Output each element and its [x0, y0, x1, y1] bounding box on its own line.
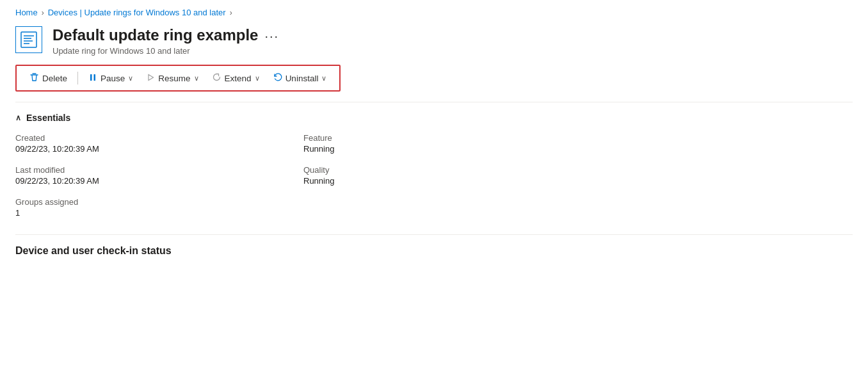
pause-icon	[88, 73, 97, 84]
essentials-created: Created 09/22/23, 10:20:39 AM	[15, 133, 303, 154]
undo-icon	[273, 72, 282, 84]
essentials-created-value: 09/22/23, 10:20:39 AM	[15, 144, 303, 154]
pause-button[interactable]: Pause ∨	[83, 70, 138, 86]
extend-button[interactable]: Extend ∨	[207, 70, 265, 86]
breadcrumb-home[interactable]: Home	[15, 8, 38, 17]
essentials-feature-value: Running	[303, 144, 591, 154]
uninstall-button[interactable]: Uninstall ∨	[268, 70, 332, 86]
page-icon	[15, 26, 42, 53]
essentials-created-label: Created	[15, 133, 303, 143]
essentials-feature-label: Feature	[303, 133, 591, 143]
essentials-last-modified: Last modified 09/22/23, 10:20:39 AM	[15, 165, 303, 186]
svg-rect-5	[90, 74, 92, 81]
page-title: Default update ring example	[52, 25, 258, 45]
breadcrumb-devices[interactable]: Devices | Update rings for Windows 10 an…	[48, 8, 226, 17]
essentials-groups-value: 1	[15, 208, 303, 218]
essentials-title: Essentials	[26, 113, 70, 123]
bottom-section-title: Device and user check-in status	[15, 245, 853, 257]
resume-label: Resume	[158, 74, 190, 83]
page-title-group: Default update ring example ··· Update r…	[52, 25, 279, 56]
essentials-section: ∧ Essentials Created 09/22/23, 10:20:39 …	[15, 113, 853, 229]
page-container: Home › Devices | Update rings for Window…	[0, 0, 868, 272]
essentials-quality: Quality Running	[303, 165, 591, 186]
pause-chevron: ∨	[128, 74, 133, 83]
bottom-divider-line	[15, 234, 853, 235]
essentials-quality-label: Quality	[303, 165, 591, 175]
essentials-feature: Feature Running	[303, 133, 591, 154]
toolbar-divider-1	[77, 72, 78, 84]
essentials-header: ∧ Essentials	[15, 113, 853, 123]
delete-button[interactable]: Delete	[24, 70, 72, 86]
play-icon	[146, 73, 155, 84]
breadcrumb-separator-1: ›	[42, 8, 44, 17]
essentials-last-modified-label: Last modified	[15, 165, 303, 175]
essentials-groups-assigned: Groups assigned 1	[15, 197, 303, 218]
pause-label: Pause	[100, 74, 125, 83]
toolbar-divider-line	[15, 102, 853, 102]
extend-chevron: ∨	[255, 74, 260, 83]
delete-label: Delete	[42, 74, 67, 83]
resume-chevron: ∨	[194, 74, 199, 83]
essentials-groups-label: Groups assigned	[15, 197, 303, 207]
policy-icon-svg	[20, 31, 38, 49]
essentials-last-modified-value: 09/22/23, 10:20:39 AM	[15, 176, 303, 186]
essentials-right-col: Feature Running Quality Running	[303, 133, 591, 229]
svg-rect-6	[94, 74, 96, 81]
extend-label: Extend	[225, 74, 252, 83]
essentials-grid: Created 09/22/23, 10:20:39 AM Last modif…	[15, 133, 591, 229]
svg-rect-0	[21, 32, 36, 47]
essentials-collapse-icon[interactable]: ∧	[15, 113, 21, 122]
page-header: Default update ring example ··· Update r…	[15, 25, 853, 56]
uninstall-chevron: ∨	[321, 74, 326, 83]
page-subtitle: Update ring for Windows 10 and later	[52, 46, 279, 56]
breadcrumb-separator-2: ›	[230, 8, 232, 17]
refresh-icon	[212, 72, 221, 84]
toolbar: Delete Pause ∨ Resume ∨	[15, 65, 341, 92]
trash-icon	[29, 72, 39, 84]
breadcrumb: Home › Devices | Update rings for Window…	[15, 8, 853, 17]
essentials-left-col: Created 09/22/23, 10:20:39 AM Last modif…	[15, 133, 303, 229]
essentials-quality-value: Running	[303, 176, 591, 186]
resume-button[interactable]: Resume ∨	[141, 70, 204, 86]
page-title-row: Default update ring example ···	[52, 25, 279, 45]
more-options-button[interactable]: ···	[264, 29, 279, 44]
uninstall-label: Uninstall	[285, 74, 319, 83]
